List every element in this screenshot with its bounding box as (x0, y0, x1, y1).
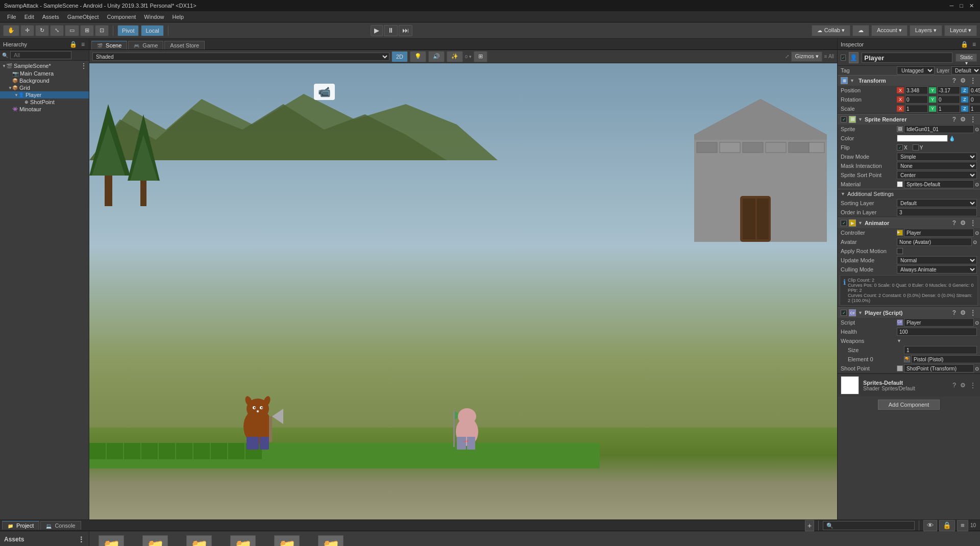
hier-minotaur[interactable]: 👾 Minotaur (0, 106, 89, 113)
shoot-select[interactable]: ⊙ (975, 366, 979, 371)
sr-cb[interactable]: ✓ (841, 116, 847, 122)
hier-grid[interactable]: ▼ 📦 Grid (0, 84, 89, 91)
pivot-btn[interactable]: Pivot (117, 25, 139, 36)
anim-help[interactable]: ? (951, 219, 957, 227)
folder-item-scripts[interactable]: 📁 Scripts (225, 535, 261, 546)
folder-item-animations[interactable]: 📁 Animations (93, 535, 129, 546)
static-btn[interactable]: Static ▾ (955, 54, 977, 62)
ps-more[interactable]: ⋮ (969, 309, 977, 316)
menu-window[interactable]: Window (140, 13, 168, 21)
sprite-select-btn[interactable]: ⊙ (975, 127, 979, 132)
ps-cb[interactable]: ✓ (841, 310, 847, 316)
tab-console[interactable]: 💻 Console (40, 521, 81, 530)
material-field[interactable] (904, 180, 974, 188)
hier-shotpoint[interactable]: ⊕ ShotPoint (0, 98, 89, 106)
scene-options[interactable]: ⊞ (474, 51, 487, 62)
scene-more[interactable]: ⋮ (81, 62, 87, 69)
rot-y[interactable] (937, 95, 960, 104)
layout-btn[interactable]: Layout ▾ (944, 25, 977, 36)
mat-settings[interactable]: ⚙ (959, 382, 967, 389)
menu-file[interactable]: File (3, 13, 20, 21)
folder-item-sprites[interactable]: 📁 Sprites (269, 535, 305, 546)
sr-help[interactable]: ? (951, 116, 957, 123)
transform-settings[interactable]: ⚙ (959, 77, 967, 84)
controller-select[interactable]: ⊙ (975, 230, 979, 236)
light-btn[interactable]: 💡 (410, 51, 426, 62)
scale-y[interactable] (937, 105, 960, 113)
element0-field[interactable] (911, 355, 980, 363)
pause-btn[interactable]: ⏸ (384, 25, 398, 36)
cloud-btn[interactable]: ☁ (852, 25, 869, 36)
layers-btn[interactable]: Layers ▾ (910, 25, 942, 36)
avatar-select[interactable]: ⊙ (973, 239, 977, 245)
hier-background[interactable]: 📦 Background (0, 77, 89, 84)
pos-x[interactable] (905, 86, 928, 94)
close-btn[interactable]: ✕ (969, 3, 974, 9)
anim-cb[interactable]: ✓ (841, 220, 847, 226)
shoot-field[interactable] (904, 364, 974, 373)
update-mode-select[interactable]: Normal (897, 256, 977, 264)
asset-search[interactable] (823, 521, 915, 530)
hier-player[interactable]: ▼ 👤 Player (0, 91, 89, 98)
hierarchy-more[interactable]: ≡ (80, 41, 86, 48)
tag-select[interactable]: Untagged (897, 66, 935, 75)
add-asset-btn[interactable]: + (805, 520, 814, 531)
folder-item-tilepalette[interactable]: 📁 TilePalette (313, 535, 349, 546)
sr-more[interactable]: ⋮ (969, 116, 977, 123)
layer-select[interactable]: Default (951, 66, 980, 75)
avatar-field[interactable] (897, 238, 972, 246)
minimize-btn[interactable]: ─ (950, 3, 954, 9)
restore-btn[interactable]: □ (960, 3, 963, 9)
rot-z[interactable] (969, 95, 980, 104)
color-eyedropper[interactable]: 💧 (949, 136, 955, 141)
assets-header-more[interactable]: ⋮ (78, 535, 85, 543)
obj-name-field[interactable] (862, 53, 952, 63)
rect-tool[interactable]: ▭ (65, 25, 79, 36)
scene-viewport[interactable]: 📹 → (89, 63, 837, 519)
anim-more[interactable]: ⋮ (969, 219, 977, 227)
folder-item-scenes[interactable]: 📁 Scenes (181, 535, 217, 546)
sprite-renderer-header[interactable]: ✓ 🖼 ▼ Sprite Renderer ? ⚙ ⋮ (838, 114, 980, 125)
player-script-header[interactable]: ✓ C# ▼ Player (Script) ? ⚙ ⋮ (838, 307, 980, 318)
custom-tool[interactable]: ⊡ (95, 25, 109, 36)
mask-select[interactable]: None (897, 162, 977, 170)
obj-active-cb[interactable]: ✓ (841, 55, 846, 61)
tab-game[interactable]: 🎮 Game (128, 41, 163, 49)
hier-sample-scene[interactable]: ▼ 🎬 SampleScene* ⋮ (0, 62, 89, 70)
size-field[interactable] (904, 346, 977, 354)
mat-more[interactable]: ⋮ (969, 382, 977, 389)
transform-more[interactable]: ⋮ (969, 77, 977, 84)
hier-main-camera[interactable]: 📷 Main Camera (0, 70, 89, 77)
controller-field[interactable] (904, 229, 974, 237)
play-btn[interactable]: ▶ (371, 25, 383, 36)
apply-root-cb[interactable] (897, 248, 903, 254)
transform-tool[interactable]: ⊞ (80, 25, 94, 36)
ps-help[interactable]: ? (951, 309, 957, 316)
scale-z[interactable] (969, 105, 980, 113)
step-btn[interactable]: ⏭ (399, 25, 412, 36)
inspector-lock[interactable]: 🔒 (960, 41, 969, 48)
ps-settings[interactable]: ⚙ (959, 309, 967, 316)
inspector-more[interactable]: ≡ (971, 41, 977, 48)
flip-y-cb[interactable] (913, 144, 919, 151)
tab-asset-store[interactable]: Asset Store (164, 41, 205, 49)
grid-size-btn[interactable]: ≡ (957, 520, 968, 531)
menu-assets[interactable]: Assets (38, 13, 63, 21)
mat-help[interactable]: ? (951, 382, 957, 389)
hierarchy-lock[interactable]: 🔒 (68, 41, 78, 48)
flip-x-cb[interactable]: ✓ (897, 144, 903, 151)
hand-tool[interactable]: ✋ (3, 25, 19, 36)
rotate-tool[interactable]: ↻ (35, 25, 49, 36)
add-component-btn[interactable]: Add Component (878, 400, 940, 410)
sorting-layer-select[interactable]: Default (897, 199, 977, 207)
menu-component[interactable]: Component (103, 13, 140, 21)
tab-scene[interactable]: 🎬 Scene (91, 41, 127, 49)
shade-dropdown[interactable]: Shaded (92, 53, 389, 61)
collab-btn[interactable]: ☁ Collab ▾ (812, 25, 850, 36)
local-btn[interactable]: Local (141, 25, 163, 36)
material-select-btn[interactable]: ⊙ (975, 182, 979, 187)
lock-btn[interactable]: 🔒 (939, 520, 955, 531)
scale-tool[interactable]: ⤡ (50, 25, 64, 36)
gizmos-btn[interactable]: Gizmos ▾ (791, 52, 822, 62)
color-picker-btn[interactable] (897, 135, 948, 142)
